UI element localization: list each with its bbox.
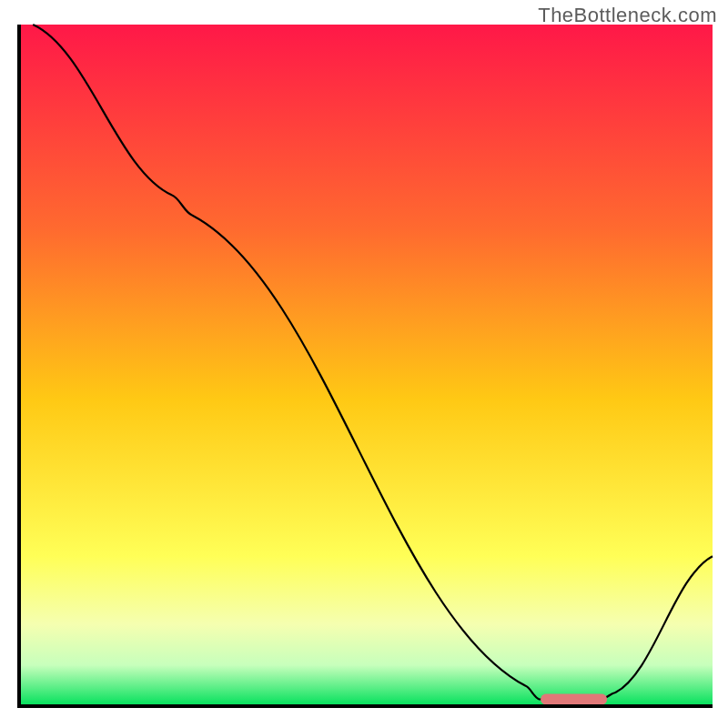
bottleneck-chart [0,0,728,728]
chart-container: TheBottleneck.com [0,0,728,728]
watermark-text: TheBottleneck.com [538,4,717,27]
plot-background [19,25,713,706]
